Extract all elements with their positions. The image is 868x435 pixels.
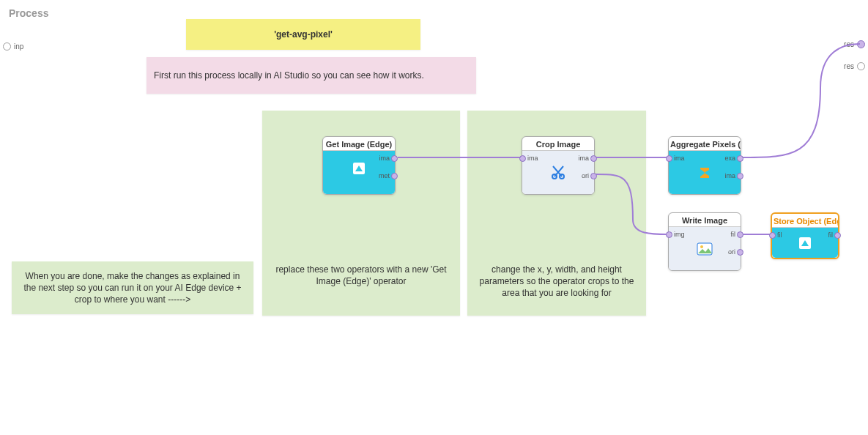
port-fil-in[interactable]: fil: [769, 232, 782, 239]
op-crop-image[interactable]: Crop Image ima ima ori: [522, 136, 595, 195]
port-ima-in[interactable]: ima: [666, 155, 685, 162]
op-aggregate-pixels[interactable]: Aggregate Pixels (B... ima exa ima: [668, 136, 741, 195]
op-title: Crop Image: [522, 137, 594, 150]
op-store-object-edge[interactable]: Store Object (Edge) fil fil: [771, 212, 839, 259]
op-title: Write Image: [669, 213, 741, 226]
process-port-res2[interactable]: res: [844, 62, 865, 70]
port-met-out[interactable]: met: [379, 173, 398, 179]
note-done: When you are done, make the changes as e…: [12, 261, 253, 314]
op-title: Get Image (Edge): [323, 137, 395, 150]
port-exa-out[interactable]: exa: [724, 155, 743, 162]
note-crop-text: change the x, y, width, and height param…: [467, 264, 646, 300]
port-fil-out[interactable]: fil: [828, 232, 842, 239]
scissors-icon: [550, 165, 566, 181]
svg-point-4: [700, 245, 703, 248]
port-ori-out[interactable]: ori: [582, 173, 597, 179]
op-get-image-edge[interactable]: Get Image (Edge) ima met: [322, 136, 396, 195]
port-ima-out[interactable]: ima: [578, 155, 597, 162]
triangle-icon: [797, 235, 813, 251]
note-replace-text: replace these two operators with a new '…: [262, 264, 460, 287]
op-write-image[interactable]: Write Image img fil ori: [668, 212, 741, 271]
port-img-in[interactable]: img: [666, 231, 685, 238]
image-icon: [697, 241, 713, 257]
note-title: 'get-avg-pixel': [186, 19, 420, 50]
port-ima-in[interactable]: ima: [519, 155, 538, 162]
sigma-icon: [697, 165, 713, 181]
process-port-inp[interactable]: inp: [3, 42, 23, 51]
port-label: inp: [14, 42, 23, 51]
page-title: Process: [9, 7, 48, 19]
port-label: res: [844, 40, 854, 48]
process-port-res1[interactable]: res: [844, 40, 865, 48]
triangle-icon: [351, 160, 367, 176]
port-ima-out[interactable]: ima: [379, 155, 398, 162]
port-fil-out[interactable]: fil: [731, 231, 744, 238]
op-title: Store Object (Edge): [772, 214, 838, 227]
port-ima-out[interactable]: ima: [724, 173, 743, 179]
port-label: res: [844, 62, 854, 70]
port-ori-out[interactable]: ori: [728, 249, 743, 256]
op-title: Aggregate Pixels (B...: [669, 137, 741, 150]
note-instruction: First run this process locally in AI Stu…: [146, 57, 476, 94]
